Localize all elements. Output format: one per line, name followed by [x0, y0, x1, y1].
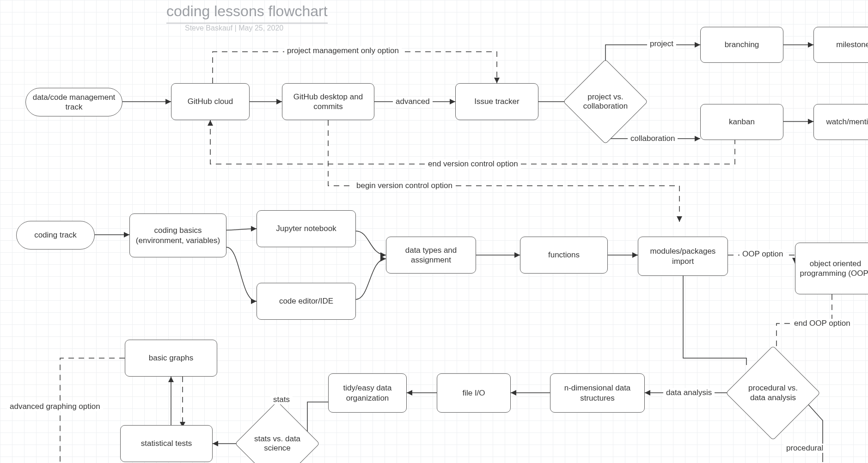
edge-label-procedural: procedural	[783, 444, 826, 453]
node-coding-basics: coding basics (environment, variables)	[129, 213, 226, 257]
decision-label: project vs. collaboration	[579, 73, 632, 130]
edge-label-advanced-graphing-option: advanced graphing option	[7, 402, 103, 411]
edge-label-project: project	[647, 39, 676, 49]
node-statistical-tests: statistical tests	[120, 425, 213, 462]
diagram-title: coding lessons flowchart	[166, 3, 328, 24]
node-data-types-assignment: data types and assignment	[386, 237, 476, 274]
node-stats-vs-data-science: stats vs. data science	[247, 414, 307, 463]
node-modules-packages-import: modules/packages import	[638, 237, 728, 276]
diagram-canvas: { "header": { "title": "coding lessons f…	[0, 0, 868, 463]
node-jupyter-notebook: Jupyter notebook	[257, 210, 356, 247]
node-github-desktop-commits: GitHub desktop and commits	[282, 83, 374, 120]
node-code-editor-ide: code editor/IDE	[257, 283, 356, 320]
node-functions: functions	[520, 237, 608, 274]
node-object-oriented-programming: object oriented programming (OOP)	[795, 243, 868, 294]
edge-label-end-oop-option: end OOP option	[791, 319, 853, 328]
decision-label: stats vs. data science	[251, 415, 304, 463]
edge-label-advanced: advanced	[393, 97, 433, 106]
edge-label-stats: stats	[270, 395, 293, 404]
node-milestones: milestones	[813, 27, 868, 63]
node-issue-tracker: Issue tracker	[455, 83, 538, 120]
node-procedural-vs-data-analysis: procedural vs. data analysis	[740, 359, 807, 426]
node-n-dimensional-data-structures: n-dimensional data structures	[550, 373, 645, 413]
edge-label-data-analysis: data analysis	[663, 388, 715, 397]
node-watch-mention-notify: watch/mention/notify	[813, 104, 868, 140]
edge-label-oop-option: OOP option	[740, 250, 786, 259]
edge-label-collaboration: collaboration	[628, 134, 678, 143]
edge-label-project-management-only: project management only option	[284, 46, 402, 55]
node-coding-track: coding track	[16, 221, 95, 250]
node-github-cloud: GitHub cloud	[171, 83, 250, 120]
node-branching: branching	[700, 27, 783, 63]
node-data-code-management-track: data/code management track	[25, 88, 122, 116]
node-tidy-data-organization: tidy/easy data organization	[328, 373, 407, 413]
edge-label-begin-version-control: begin version control option	[354, 181, 455, 190]
node-project-vs-collaboration: project vs. collaboration	[575, 72, 636, 132]
diagram-subtitle: Steve Baskauf | May 25, 2020	[185, 24, 283, 32]
edge-label-end-version-control: end version control option	[425, 159, 521, 169]
decision-label: procedural vs. data analysis	[743, 361, 803, 425]
node-kanban: kanban	[700, 104, 783, 140]
node-basic-graphs: basic graphs	[125, 340, 217, 377]
node-file-io: file I/O	[437, 373, 511, 413]
